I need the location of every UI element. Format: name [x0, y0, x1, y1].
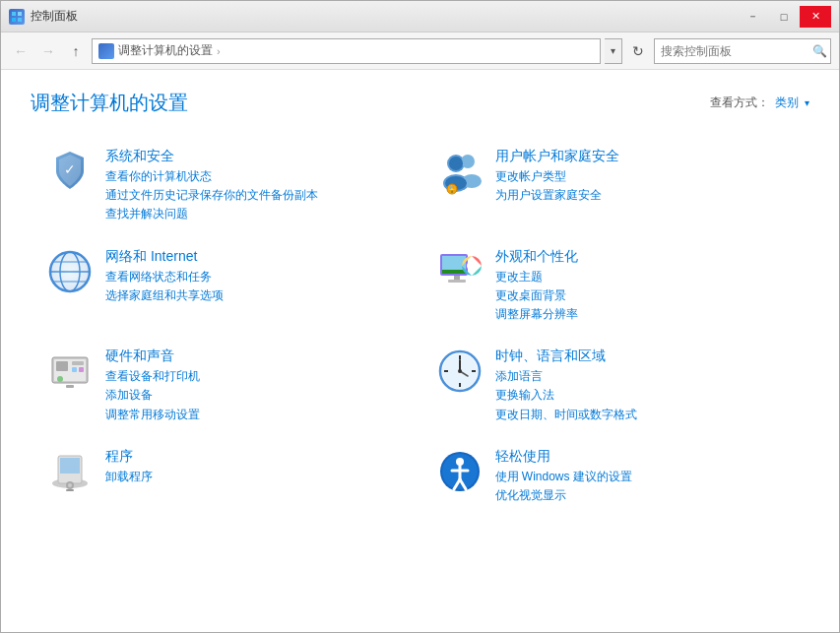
accessibility-link-1[interactable]: 使用 Windows 建议的设置: [495, 468, 632, 486]
svg-point-18: [50, 252, 90, 291]
clock-title[interactable]: 时钟、语言和区域: [495, 348, 637, 365]
accessibility-text: 轻松使用 使用 Windows 建议的设置 优化视觉显示: [495, 448, 632, 505]
svg-rect-23: [448, 280, 466, 283]
svg-point-7: [461, 155, 475, 168]
network-link-2[interactable]: 选择家庭组和共享选项: [105, 286, 224, 305]
title-bar: 控制面板 － □ ✕: [1, 1, 839, 32]
accessibility-title[interactable]: 轻松使用: [495, 448, 632, 466]
minimize-button[interactable]: －: [737, 6, 768, 28]
user-accounts-title[interactable]: 用户帐户和家庭安全: [495, 148, 619, 165]
address-separator: ›: [217, 45, 221, 57]
accessibility-link-2[interactable]: 优化视觉显示: [495, 486, 632, 505]
svg-rect-21: [442, 270, 466, 274]
svg-rect-22: [454, 276, 460, 280]
clock-link-2[interactable]: 更换输入法: [495, 386, 637, 405]
hardware-link-1[interactable]: 查看设备和打印机: [105, 367, 200, 386]
view-controls: 查看方式： 类别 ▾: [710, 95, 809, 111]
svg-rect-2: [12, 18, 16, 22]
network-text: 网络和 Internet 查看网络状态和任务 选择家庭组和共享选项: [105, 248, 224, 305]
svg-point-9: [449, 157, 463, 170]
view-dropdown-icon[interactable]: ▾: [805, 97, 809, 108]
hardware-text: 硬件和声音 查看设备和打印机 添加设备 调整常用移动设置: [105, 348, 200, 424]
svg-rect-29: [72, 361, 84, 365]
cp-item-clock[interactable]: 时钟、语言和区域 添加语言 更换输入法 更改日期、时间或数字格式: [420, 336, 810, 436]
main-window: 控制面板 － □ ✕ ← → ↑ 调整计算机的设置 › ▾ ↻ 🔍 调整计算机的…: [0, 0, 840, 633]
cp-item-network[interactable]: 网络和 Internet 查看网络状态和任务 选择家庭组和共享选项: [31, 236, 420, 337]
clock-link-3[interactable]: 更改日期、时间或数字格式: [495, 406, 637, 424]
appearance-link-3[interactable]: 调整屏幕分辨率: [495, 305, 578, 324]
svg-rect-3: [18, 18, 22, 22]
svg-rect-45: [60, 458, 80, 474]
search-box[interactable]: 🔍: [654, 38, 831, 64]
control-panel-grid: ✓ 系统和安全 查看你的计算机状态 通过文件历史记录保存你的文件备份副本 查找并…: [31, 136, 809, 517]
search-icon[interactable]: 🔍: [812, 44, 827, 58]
window-icon: [9, 9, 25, 25]
cp-item-programs[interactable]: 程序 卸载程序: [31, 436, 420, 517]
forward-button[interactable]: →: [36, 39, 60, 63]
system-security-link-1[interactable]: 查看你的计算机状态: [105, 167, 318, 186]
svg-point-42: [458, 369, 462, 373]
page-header: 调整计算机的设置 查看方式： 类别 ▾: [31, 90, 809, 116]
accessibility-icon: [436, 448, 484, 495]
network-link-1[interactable]: 查看网络状态和任务: [105, 268, 224, 286]
appearance-link-1[interactable]: 更改主题: [495, 268, 578, 286]
address-path: 调整计算机的设置: [118, 42, 213, 59]
user-accounts-text: 用户帐户和家庭安全 更改帐户类型 为用户设置家庭安全: [495, 148, 619, 205]
window-title: 控制面板: [31, 8, 78, 25]
appearance-title[interactable]: 外观和个性化: [495, 248, 578, 266]
svg-rect-31: [79, 367, 84, 372]
hardware-link-2[interactable]: 添加设备: [105, 386, 200, 405]
search-input[interactable]: [661, 44, 808, 58]
hardware-title[interactable]: 硬件和声音: [105, 348, 200, 365]
user-accounts-link-1[interactable]: 更改帐户类型: [495, 167, 619, 186]
network-icon: [46, 248, 94, 295]
clock-icon: [436, 348, 484, 395]
view-label: 查看方式：: [710, 95, 769, 111]
svg-point-25: [467, 261, 477, 271]
cp-item-hardware[interactable]: 硬件和声音 查看设备和打印机 添加设备 调整常用移动设置: [31, 336, 420, 436]
title-bar-left: 控制面板: [9, 8, 78, 25]
svg-text:✓: ✓: [64, 161, 76, 177]
view-value[interactable]: 类别: [775, 95, 799, 111]
programs-link-1[interactable]: 卸载程序: [105, 468, 153, 486]
cp-item-system-security[interactable]: ✓ 系统和安全 查看你的计算机状态 通过文件历史记录保存你的文件备份副本 查找并…: [31, 136, 420, 236]
clock-text: 时钟、语言和区域 添加语言 更换输入法 更改日期、时间或数字格式: [495, 348, 637, 424]
hardware-icon: [46, 348, 94, 395]
address-bar: ← → ↑ 调整计算机的设置 › ▾ ↻ 🔍: [1, 32, 839, 70]
close-button[interactable]: ✕: [800, 6, 831, 28]
network-title[interactable]: 网络和 Internet: [105, 248, 224, 266]
svg-rect-30: [72, 367, 77, 372]
user-accounts-link-2[interactable]: 为用户设置家庭安全: [495, 186, 619, 205]
cp-item-user-accounts[interactable]: 🔒 用户帐户和家庭安全 更改帐户类型 为用户设置家庭安全: [420, 136, 810, 236]
cp-item-accessibility[interactable]: 轻松使用 使用 Windows 建议的设置 优化视觉显示: [420, 436, 810, 517]
system-security-icon: ✓: [46, 148, 94, 195]
svg-point-47: [68, 483, 72, 487]
hardware-link-3[interactable]: 调整常用移动设置: [105, 406, 200, 424]
svg-rect-1: [18, 12, 22, 16]
appearance-link-2[interactable]: 更改桌面背景: [495, 286, 578, 305]
address-dropdown[interactable]: ▾: [605, 38, 622, 64]
page-title: 调整计算机的设置: [31, 90, 188, 116]
system-security-text: 系统和安全 查看你的计算机状态 通过文件历史记录保存你的文件备份副本 查找并解决…: [105, 148, 318, 224]
up-button[interactable]: ↑: [64, 39, 88, 63]
programs-icon: [46, 448, 94, 495]
content-area: 调整计算机的设置 查看方式： 类别 ▾: [1, 70, 839, 632]
address-icon: [98, 43, 114, 59]
appearance-text: 外观和个性化 更改主题 更改桌面背景 调整屏幕分辨率: [495, 248, 578, 325]
restore-button[interactable]: □: [768, 6, 800, 28]
svg-rect-33: [66, 385, 74, 388]
address-field[interactable]: 调整计算机的设置 ›: [92, 38, 601, 64]
appearance-icon: [436, 248, 484, 295]
system-security-link-3[interactable]: 查找并解决问题: [105, 205, 318, 223]
back-button[interactable]: ←: [9, 39, 32, 63]
svg-rect-48: [66, 489, 74, 491]
svg-rect-0: [12, 12, 16, 16]
svg-text:🔒: 🔒: [447, 184, 457, 194]
cp-item-appearance[interactable]: 外观和个性化 更改主题 更改桌面背景 调整屏幕分辨率: [420, 236, 810, 337]
svg-rect-28: [56, 361, 68, 371]
programs-title[interactable]: 程序: [105, 448, 153, 466]
clock-link-1[interactable]: 添加语言: [495, 367, 637, 386]
system-security-title[interactable]: 系统和安全: [105, 148, 318, 165]
refresh-button[interactable]: ↻: [626, 39, 650, 63]
system-security-link-2[interactable]: 通过文件历史记录保存你的文件备份副本: [105, 186, 318, 205]
